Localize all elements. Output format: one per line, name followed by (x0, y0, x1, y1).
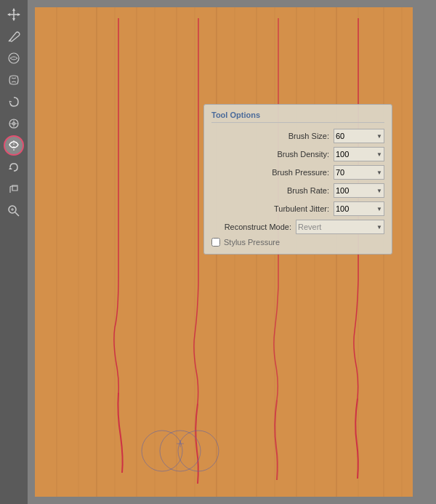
svg-point-34 (142, 431, 182, 471)
svg-marker-3 (12, 18, 15, 21)
brush-rate-label: Brush Rate: (211, 186, 329, 195)
toolbar (0, 0, 28, 504)
twirl-tool-button[interactable] (4, 92, 24, 112)
brush-size-row: Brush Size: 60 10 20 40 80 100 (211, 129, 384, 143)
warp-tool-button[interactable] (4, 135, 24, 156)
brush-size-label: Brush Size: (211, 132, 329, 140)
reconstruct-mode-row: Reconstruct Mode: Revert Restore Rigid (211, 220, 384, 234)
paint-tool-button[interactable] (4, 26, 24, 47)
stylus-pressure-row: Stylus Pressure (211, 238, 384, 247)
svg-marker-5 (17, 13, 20, 16)
liquify-tool-button[interactable] (4, 70, 24, 90)
turbulent-jitter-row: Turbulent Jitter: 100 10 25 50 75 (211, 201, 384, 216)
zoom-tool-button[interactable] (4, 201, 24, 221)
stylus-pressure-label: Stylus Pressure (224, 238, 280, 247)
svg-marker-4 (7, 13, 10, 16)
stylus-pressure-checkbox[interactable] (211, 238, 220, 247)
reconstruct-mode-label: Reconstruct Mode: (211, 223, 291, 231)
pucker-tool-button[interactable] (4, 113, 24, 134)
smudge2-tool-button[interactable] (4, 48, 24, 68)
brush-density-select[interactable]: 100 10 25 50 75 (334, 147, 384, 161)
svg-marker-11 (9, 167, 12, 169)
brush-pressure-label: Brush Pressure: (211, 168, 329, 177)
svg-marker-2 (12, 8, 15, 11)
brush-pressure-select[interactable]: 70 10 25 50 100 (334, 165, 384, 180)
turbulent-jitter-select[interactable]: 100 10 25 50 75 (334, 201, 384, 216)
brush-size-select[interactable]: 60 10 20 40 80 100 (334, 129, 384, 143)
brush-rate-row: Brush Rate: 100 10 25 50 75 (211, 183, 384, 198)
clone2-tool-button[interactable] (4, 179, 24, 199)
brush-density-row: Brush Density: 100 10 25 50 75 (211, 147, 384, 161)
brush-rate-select[interactable]: 100 10 25 50 75 (334, 183, 384, 198)
reconstruct-mode-select[interactable]: Revert Restore Rigid (296, 220, 384, 234)
turbulent-jitter-label: Turbulent Jitter: (211, 204, 329, 213)
reconstruct-tool-button[interactable] (4, 157, 24, 177)
svg-point-35 (160, 431, 201, 471)
svg-point-36 (178, 431, 219, 471)
tool-options-title: Tool Options (211, 111, 384, 123)
tool-options-panel: Tool Options Brush Size: 60 10 20 40 80 … (203, 104, 392, 255)
svg-line-13 (15, 212, 19, 216)
brush-pressure-row: Brush Pressure: 70 10 25 50 100 (211, 165, 384, 180)
brush-density-label: Brush Density: (211, 150, 329, 159)
move-tool-button[interactable] (4, 4, 24, 25)
